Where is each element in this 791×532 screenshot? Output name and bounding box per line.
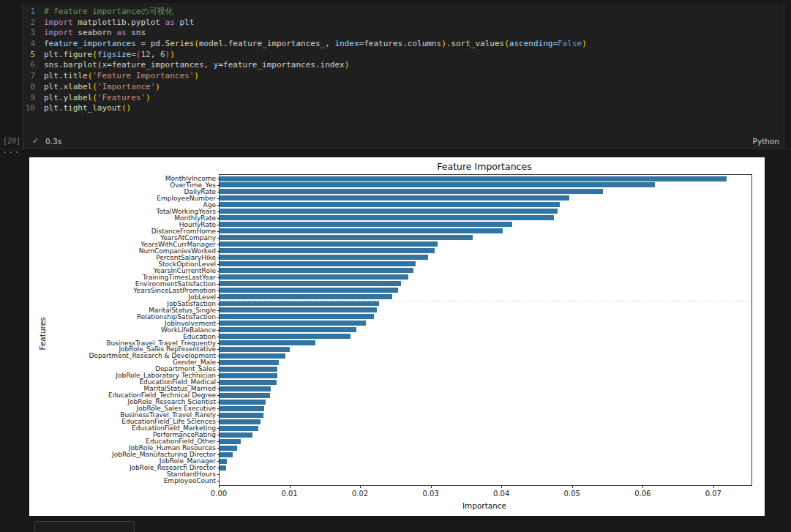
x-tick — [290, 486, 290, 488]
bar — [220, 465, 226, 471]
bar — [220, 281, 401, 286]
code-text: import matplotlib.pyplot as plt — [44, 18, 783, 29]
bar — [220, 189, 603, 194]
y-tick — [217, 408, 220, 409]
y-tick — [217, 415, 220, 416]
y-tick — [217, 369, 220, 370]
x-tick-label: 0.07 — [705, 490, 721, 498]
y-tick — [217, 474, 220, 475]
y-tick — [217, 356, 220, 356]
y-tick — [217, 481, 220, 482]
y-tick — [217, 402, 220, 402]
y-tick — [217, 225, 220, 225]
bar — [220, 426, 258, 431]
bar — [220, 228, 503, 233]
line-number: 3 — [23, 28, 44, 39]
code-text: plt.xlabel('Importance') — [44, 82, 783, 93]
bar — [220, 380, 277, 385]
y-tick — [217, 211, 220, 212]
bar — [220, 367, 277, 372]
y-tick — [217, 323, 220, 324]
bar — [220, 360, 279, 365]
y-tick — [217, 185, 220, 186]
bar — [220, 215, 554, 220]
bar — [220, 419, 260, 424]
bar — [220, 413, 263, 418]
code-line: 5plt.figure(figsize=(12, 6)) — [23, 50, 783, 61]
y-tick — [217, 231, 220, 232]
x-tick — [713, 486, 714, 488]
line-number: 4 — [23, 39, 44, 50]
y-tick — [217, 291, 220, 291]
code-text: feature_importances = pd.Series(model.fe… — [44, 39, 783, 50]
y-tick — [217, 205, 220, 206]
bar — [220, 261, 416, 266]
cell-status-bar: [20] ✓ 0.3s Python — [0, 134, 791, 149]
line-number: 9 — [23, 93, 44, 104]
line-number: 10 — [23, 103, 44, 114]
y-tick — [217, 277, 220, 278]
code-line: 10plt.tight_layout() — [23, 103, 783, 114]
x-tick — [572, 486, 573, 488]
code-line: 4feature_importances = pd.Series(model.f… — [23, 39, 783, 50]
bar — [220, 386, 271, 391]
y-tick — [217, 337, 220, 337]
bar — [220, 176, 727, 181]
code-line: 9plt.ylabel('Features') — [23, 93, 783, 104]
x-tick-label: 0.05 — [564, 490, 580, 498]
y-tick — [217, 330, 220, 331]
y-tick — [217, 251, 220, 252]
code-line: 6sns.barplot(x=feature_importances, y=fe… — [23, 60, 783, 71]
bar — [220, 406, 264, 411]
bar — [220, 446, 237, 451]
code-editor[interactable]: 1# feature importanceの可視化2import matplot… — [23, 7, 783, 114]
y-tick — [217, 198, 220, 199]
chart-output-image: Feature Importances Features Importance … — [29, 157, 765, 516]
line-number: 6 — [23, 60, 44, 71]
line-number: 8 — [23, 82, 44, 93]
execution-count: [20] — [3, 137, 20, 145]
x-tick-label: 0.03 — [423, 490, 439, 498]
bar — [220, 202, 560, 207]
bar — [220, 222, 512, 227]
x-tick — [642, 486, 643, 488]
code-text: plt.tight_layout() — [44, 103, 783, 114]
bar — [220, 400, 266, 405]
y-tick — [217, 375, 220, 376]
x-tick-label: 0.04 — [493, 490, 509, 498]
bar — [220, 334, 350, 339]
bar — [220, 235, 473, 240]
y-tick — [217, 244, 220, 245]
bar — [220, 373, 277, 378]
y-tick — [217, 349, 220, 350]
code-line: 7plt.title('Feature Importances') — [23, 71, 783, 82]
code-text: plt.title('Feature Importances') — [44, 71, 783, 82]
x-tick — [219, 486, 220, 488]
y-tick — [217, 297, 220, 298]
x-tick — [501, 486, 502, 488]
bar — [220, 340, 315, 345]
bar — [220, 288, 398, 293]
line-number: 7 — [23, 71, 44, 82]
y-tick — [217, 428, 220, 429]
chart-xlabel: Importance — [462, 501, 506, 510]
bar — [220, 314, 374, 319]
language-picker[interactable]: Python — [753, 137, 779, 146]
x-tick-label: 0.02 — [352, 490, 368, 498]
bar — [220, 274, 408, 280]
bar — [220, 301, 379, 306]
next-cell-stub[interactable] — [34, 521, 135, 532]
code-line: 8plt.xlabel('Importance') — [23, 82, 783, 93]
code-line: 1# feature importanceの可視化 — [23, 7, 783, 18]
bar — [220, 268, 413, 273]
bar — [220, 307, 377, 312]
code-text: sns.barplot(x=feature_importances, y=fea… — [44, 60, 783, 71]
bar — [220, 248, 435, 253]
y-tick — [217, 264, 220, 265]
cell-more-actions-icon[interactable]: ... — [2, 145, 20, 155]
y-tick — [217, 454, 220, 455]
y-tick — [217, 310, 220, 311]
bar — [220, 439, 241, 444]
y-tick — [217, 448, 220, 449]
bar — [220, 452, 233, 457]
